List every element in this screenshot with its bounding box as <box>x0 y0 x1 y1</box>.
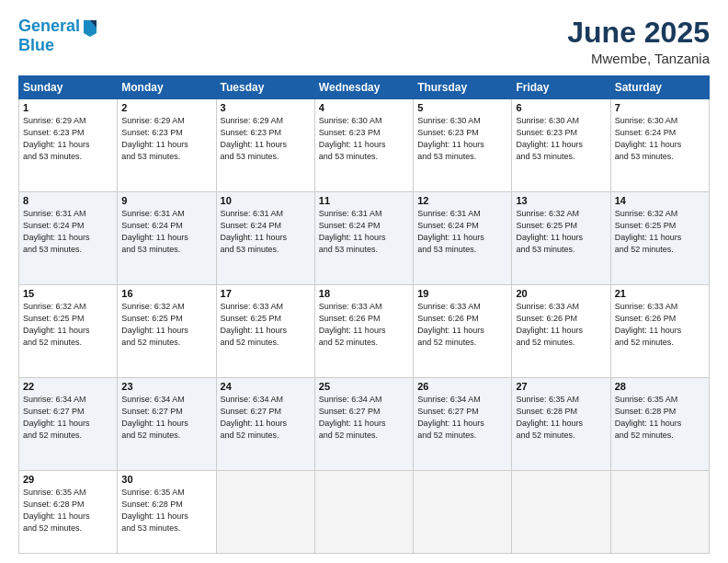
day-detail: Sunrise: 6:33 AMSunset: 6:26 PMDaylight:… <box>417 301 507 349</box>
calendar-cell: 17Sunrise: 6:33 AMSunset: 6:25 PMDayligh… <box>216 285 314 378</box>
day-detail: Sunrise: 6:34 AMSunset: 6:27 PMDaylight:… <box>121 394 211 442</box>
calendar-cell: 21Sunrise: 6:33 AMSunset: 6:26 PMDayligh… <box>610 285 709 378</box>
title-block: June 2025 Mwembe, Tanzania <box>567 17 710 66</box>
calendar-cell: 4Sunrise: 6:30 AMSunset: 6:23 PMDaylight… <box>314 99 413 192</box>
day-number: 24 <box>221 381 311 392</box>
calendar-cell: 10Sunrise: 6:31 AMSunset: 6:24 PMDayligh… <box>216 192 314 285</box>
day-detail: Sunrise: 6:32 AMSunset: 6:25 PMDaylight:… <box>121 301 211 349</box>
day-detail: Sunrise: 6:29 AMSunset: 6:23 PMDaylight:… <box>221 115 311 163</box>
calendar-cell: 15Sunrise: 6:32 AMSunset: 6:25 PMDayligh… <box>19 285 118 378</box>
day-number: 4 <box>319 102 409 113</box>
day-detail: Sunrise: 6:31 AMSunset: 6:24 PMDaylight:… <box>23 208 113 256</box>
calendar-cell: 28Sunrise: 6:35 AMSunset: 6:28 PMDayligh… <box>610 377 709 470</box>
calendar-cell: 27Sunrise: 6:35 AMSunset: 6:28 PMDayligh… <box>512 377 610 470</box>
day-number: 17 <box>221 288 311 299</box>
day-number: 22 <box>23 381 113 392</box>
day-number: 7 <box>615 102 705 113</box>
day-detail: Sunrise: 6:35 AMSunset: 6:28 PMDaylight:… <box>121 487 211 534</box>
day-number: 3 <box>221 102 311 113</box>
day-number: 6 <box>516 102 606 113</box>
logo-icon <box>82 17 98 37</box>
day-number: 8 <box>23 195 113 206</box>
calendar-cell <box>610 470 709 553</box>
day-number: 11 <box>319 195 409 206</box>
day-detail: Sunrise: 6:33 AMSunset: 6:26 PMDaylight:… <box>615 301 705 349</box>
day-number: 23 <box>121 381 211 392</box>
subtitle: Mwembe, Tanzania <box>567 51 710 66</box>
calendar-cell: 11Sunrise: 6:31 AMSunset: 6:24 PMDayligh… <box>314 192 413 285</box>
calendar-table: SundayMondayTuesdayWednesdayThursdayFrid… <box>18 75 710 554</box>
day-number: 14 <box>615 195 705 206</box>
calendar-cell: 16Sunrise: 6:32 AMSunset: 6:25 PMDayligh… <box>118 285 216 378</box>
day-detail: Sunrise: 6:29 AMSunset: 6:23 PMDaylight:… <box>23 115 113 163</box>
day-detail: Sunrise: 6:30 AMSunset: 6:23 PMDaylight:… <box>417 115 507 163</box>
day-number: 18 <box>319 288 409 299</box>
calendar-cell: 7Sunrise: 6:30 AMSunset: 6:24 PMDaylight… <box>610 99 709 192</box>
calendar-cell: 30Sunrise: 6:35 AMSunset: 6:28 PMDayligh… <box>118 470 216 553</box>
calendar-cell: 2Sunrise: 6:29 AMSunset: 6:23 PMDaylight… <box>118 99 216 192</box>
calendar-cell <box>414 470 512 553</box>
calendar-cell: 25Sunrise: 6:34 AMSunset: 6:27 PMDayligh… <box>314 377 413 470</box>
logo-text: General <box>18 17 80 36</box>
calendar-cell <box>216 470 314 553</box>
calendar-week-1: 1Sunrise: 6:29 AMSunset: 6:23 PMDaylight… <box>19 99 710 192</box>
day-header-sunday: Sunday <box>19 76 118 99</box>
calendar-week-3: 15Sunrise: 6:32 AMSunset: 6:25 PMDayligh… <box>19 285 710 378</box>
calendar-cell: 20Sunrise: 6:33 AMSunset: 6:26 PMDayligh… <box>512 285 610 378</box>
day-number: 9 <box>121 195 211 206</box>
day-header-thursday: Thursday <box>414 76 512 99</box>
day-detail: Sunrise: 6:33 AMSunset: 6:26 PMDaylight:… <box>516 301 606 349</box>
day-number: 13 <box>516 195 606 206</box>
day-detail: Sunrise: 6:31 AMSunset: 6:24 PMDaylight:… <box>319 208 409 256</box>
day-header-saturday: Saturday <box>610 76 709 99</box>
calendar-cell: 12Sunrise: 6:31 AMSunset: 6:24 PMDayligh… <box>414 192 512 285</box>
calendar-cell: 14Sunrise: 6:32 AMSunset: 6:25 PMDayligh… <box>610 192 709 285</box>
day-number: 29 <box>23 474 113 485</box>
day-number: 16 <box>121 288 211 299</box>
page-header: General Blue June 2025 Mwembe, Tanzania <box>18 17 710 66</box>
calendar-cell: 26Sunrise: 6:34 AMSunset: 6:27 PMDayligh… <box>414 377 512 470</box>
day-detail: Sunrise: 6:32 AMSunset: 6:25 PMDaylight:… <box>615 208 705 256</box>
day-number: 28 <box>615 381 705 392</box>
day-detail: Sunrise: 6:34 AMSunset: 6:27 PMDaylight:… <box>23 394 113 442</box>
day-number: 27 <box>516 381 606 392</box>
calendar-cell: 9Sunrise: 6:31 AMSunset: 6:24 PMDaylight… <box>118 192 216 285</box>
day-detail: Sunrise: 6:31 AMSunset: 6:24 PMDaylight:… <box>417 208 507 256</box>
day-number: 1 <box>23 102 113 113</box>
calendar-cell <box>314 470 413 553</box>
day-number: 5 <box>417 102 507 113</box>
day-number: 26 <box>417 381 507 392</box>
calendar-week-2: 8Sunrise: 6:31 AMSunset: 6:24 PMDaylight… <box>19 192 710 285</box>
day-number: 19 <box>417 288 507 299</box>
day-detail: Sunrise: 6:31 AMSunset: 6:24 PMDaylight:… <box>221 208 311 256</box>
day-detail: Sunrise: 6:31 AMSunset: 6:24 PMDaylight:… <box>121 208 211 256</box>
day-detail: Sunrise: 6:30 AMSunset: 6:23 PMDaylight:… <box>516 115 606 163</box>
day-detail: Sunrise: 6:35 AMSunset: 6:28 PMDaylight:… <box>516 394 606 442</box>
day-detail: Sunrise: 6:33 AMSunset: 6:25 PMDaylight:… <box>221 301 311 349</box>
calendar-cell: 19Sunrise: 6:33 AMSunset: 6:26 PMDayligh… <box>414 285 512 378</box>
day-detail: Sunrise: 6:33 AMSunset: 6:26 PMDaylight:… <box>319 301 409 349</box>
day-detail: Sunrise: 6:35 AMSunset: 6:28 PMDaylight:… <box>615 394 705 442</box>
main-title: June 2025 <box>567 17 710 49</box>
day-number: 30 <box>121 474 211 485</box>
calendar-cell: 24Sunrise: 6:34 AMSunset: 6:27 PMDayligh… <box>216 377 314 470</box>
day-detail: Sunrise: 6:30 AMSunset: 6:24 PMDaylight:… <box>615 115 705 163</box>
logo-subtext: Blue <box>18 37 98 55</box>
calendar-header-row: SundayMondayTuesdayWednesdayThursdayFrid… <box>19 76 710 99</box>
day-header-friday: Friday <box>512 76 610 99</box>
calendar-page: General Blue June 2025 Mwembe, Tanzania … <box>0 0 728 563</box>
calendar-cell: 1Sunrise: 6:29 AMSunset: 6:23 PMDaylight… <box>19 99 118 192</box>
calendar-week-4: 22Sunrise: 6:34 AMSunset: 6:27 PMDayligh… <box>19 377 710 470</box>
day-detail: Sunrise: 6:32 AMSunset: 6:25 PMDaylight:… <box>516 208 606 256</box>
day-detail: Sunrise: 6:29 AMSunset: 6:23 PMDaylight:… <box>121 115 211 163</box>
logo: General Blue <box>18 17 98 55</box>
day-detail: Sunrise: 6:32 AMSunset: 6:25 PMDaylight:… <box>23 301 113 349</box>
day-number: 2 <box>121 102 211 113</box>
day-header-tuesday: Tuesday <box>216 76 314 99</box>
calendar-cell: 3Sunrise: 6:29 AMSunset: 6:23 PMDaylight… <box>216 99 314 192</box>
day-number: 25 <box>319 381 409 392</box>
day-number: 15 <box>23 288 113 299</box>
calendar-cell: 6Sunrise: 6:30 AMSunset: 6:23 PMDaylight… <box>512 99 610 192</box>
calendar-cell: 8Sunrise: 6:31 AMSunset: 6:24 PMDaylight… <box>19 192 118 285</box>
day-detail: Sunrise: 6:34 AMSunset: 6:27 PMDaylight:… <box>417 394 507 442</box>
